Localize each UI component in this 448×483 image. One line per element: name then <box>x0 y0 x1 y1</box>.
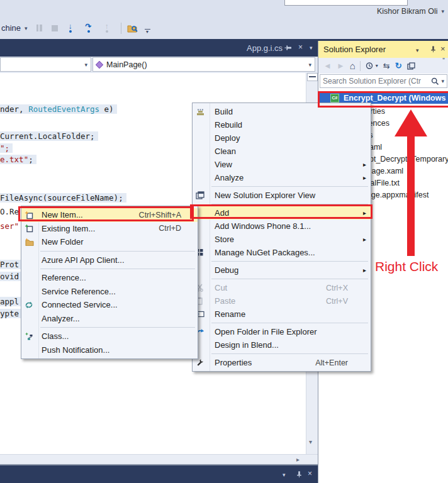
chevron-down-icon: ▾ <box>441 8 444 14</box>
pin-icon[interactable] <box>430 45 437 53</box>
account-name: Kishor Bikram Oli <box>377 7 438 16</box>
toolbar-overflow-button[interactable]: ▾ <box>145 29 150 34</box>
project-context-menu: Build Rebuild Deploy Clean View▸ Analyze… <box>192 103 371 372</box>
pause-button[interactable] <box>36 25 42 31</box>
find-in-files-icon[interactable] <box>127 23 138 33</box>
chevron-down-icon[interactable]: ▾ <box>416 47 419 53</box>
close-icon[interactable]: × <box>298 43 303 52</box>
menu-item-azure-api-app-client[interactable]: Azure API App Client... <box>21 253 198 267</box>
menu-item-open-folder-in-file-explorer[interactable]: Open Folder in File Explorer <box>193 325 371 338</box>
menu-item-properties[interactable]: Properties Alt+Enter <box>193 356 371 369</box>
code-line: O.Re <box>0 206 19 217</box>
pin-icon[interactable] <box>284 44 292 52</box>
menu-item-new-folder[interactable]: New Folder <box>21 235 198 249</box>
home-icon[interactable]: ⌂ <box>350 61 356 70</box>
chevron-down-icon[interactable]: ▾ <box>283 472 286 478</box>
annotation-arrow-up <box>387 106 444 260</box>
code-line: FileAsync(sourceFileName); <box>0 192 126 203</box>
step-out-button[interactable]: ↑ <box>101 23 113 34</box>
types-dropdown[interactable]: ▾ <box>0 57 91 72</box>
menu-separator <box>40 327 195 328</box>
new-solution-explorer-view-icon <box>196 191 206 199</box>
code-line: Current.LocalFolder; <box>0 131 98 142</box>
menu-item-build[interactable]: Build <box>193 105 371 118</box>
scroll-down-icon[interactable]: ▾ <box>309 438 312 445</box>
menu-item-clean[interactable]: Clean <box>193 145 371 158</box>
menu-item-view[interactable]: View▸ <box>193 158 371 171</box>
chevron-down-icon[interactable]: ▾ <box>310 45 313 51</box>
menu-item-service-reference[interactable]: Service Reference... <box>21 285 198 299</box>
existing-item-icon <box>25 224 35 233</box>
menu-item-manage-nuget-packages[interactable]: Manage NuGet Packages... <box>193 246 371 259</box>
toolbar-overflow-icon[interactable]: '' <box>442 58 445 64</box>
member-name: MainPage() <box>106 60 147 69</box>
menu-item-store[interactable]: Store▸ <box>193 233 371 246</box>
clipped-search-box <box>284 0 408 6</box>
stop-button[interactable] <box>52 25 58 31</box>
build-icon <box>196 108 206 116</box>
pin-icon[interactable] <box>296 470 303 478</box>
horizontal-scrollbar[interactable]: ▸ <box>0 454 318 464</box>
account-menu[interactable]: Kishor Bikram Oli ▾ <box>377 7 444 16</box>
menu-item-paste: Paste Ctrl+V <box>193 294 371 308</box>
code-line: e.txt"; <box>0 154 36 165</box>
class-icon <box>25 332 35 341</box>
step-over-button[interactable]: ↷ <box>83 23 94 34</box>
toolbar-separator <box>121 23 121 34</box>
menu-item-new-solution-explorer-view[interactable]: New Solution Explorer View <box>193 189 371 202</box>
menu-item-analyze[interactable]: Analyze▸ <box>193 171 371 184</box>
menu-item-push-notification[interactable]: Push Notification... <box>21 343 198 357</box>
menu-item-deploy[interactable]: Deploy <box>193 131 371 145</box>
debug-toolbar: chine ▾ ↓ ↷ ↑ ▾ <box>0 19 318 36</box>
menu-separator <box>40 269 195 269</box>
chevron-down-icon[interactable]: ▾ <box>376 64 378 69</box>
menu-item-debug[interactable]: Debug▸ <box>193 264 371 277</box>
search-icon <box>431 77 439 86</box>
editor-split-handle[interactable] <box>307 73 318 81</box>
new-folder-icon <box>25 238 35 246</box>
sync-with-active-document-icon[interactable]: ⇆ <box>383 62 390 70</box>
solution-explorer-header[interactable]: Solution Explorer ▾ × <box>318 41 448 58</box>
new-item-icon <box>25 211 35 219</box>
back-icon[interactable]: ◄ <box>323 62 332 70</box>
preview-selected-items-icon[interactable] <box>407 62 415 70</box>
menu-item-rename[interactable]: Rename <box>193 308 371 321</box>
wrench-icon <box>196 358 206 367</box>
close-icon[interactable]: × <box>308 469 312 478</box>
connected-service-icon <box>25 301 35 309</box>
menu-separator <box>211 279 368 279</box>
solution-explorer-search[interactable]: Search Solution Explorer (Ctrl+; ▾ <box>320 74 447 88</box>
tab-title[interactable]: App.g.i.cs <box>247 43 283 53</box>
chevron-down-icon[interactable]: ▾ <box>25 25 28 31</box>
machine-dropdown[interactable]: chine <box>1 23 21 33</box>
menu-item-rebuild[interactable]: Rebuild <box>193 118 371 131</box>
close-icon[interactable]: × <box>440 44 445 53</box>
menu-separator <box>211 186 368 187</box>
code-line: Prot <box>0 259 22 270</box>
step-into-button[interactable]: ↓ <box>65 23 76 34</box>
code-line: ser" <box>0 221 19 231</box>
submenu-arrow-icon: ▸ <box>363 209 366 216</box>
submenu-arrow-icon: ▸ <box>363 267 366 274</box>
menu-item-class[interactable]: Class... <box>21 330 198 343</box>
menu-item-add[interactable]: Add▸ <box>193 206 371 219</box>
menu-item-analyzer[interactable]: Analyzer... <box>21 312 198 326</box>
menu-item-reference[interactable]: Reference... <box>21 271 198 285</box>
refresh-icon[interactable]: ↻ <box>395 62 402 70</box>
csharp-project-icon: C# <box>330 94 339 103</box>
members-dropdown[interactable]: MainPage() ▾ <box>92 57 315 72</box>
scroll-right-icon[interactable]: ▸ <box>296 456 300 463</box>
forward-icon[interactable]: ► <box>337 62 345 70</box>
menu-item-connected-service[interactable]: Connected Service... <box>21 298 198 312</box>
code-line: ypte <box>0 308 22 319</box>
menu-item-design-in-blend[interactable]: Design in Blend... <box>193 338 371 352</box>
annotation-right-click-label: Right Click <box>375 259 438 274</box>
menu-separator <box>211 353 368 354</box>
pending-changes-filter-icon[interactable] <box>366 62 374 70</box>
menu-item-add-windows-phone[interactable]: Add Windows Phone 8.1... <box>193 219 371 233</box>
menu-item-existing-item[interactable]: Existing Item... Ctrl+D <box>21 222 198 236</box>
chevron-down-icon: ▾ <box>441 78 444 84</box>
menu-item-new-item[interactable]: New Item... Ctrl+Shift+A <box>21 208 198 222</box>
chevron-down-icon: ▾ <box>84 62 87 68</box>
menu-item-cut: Cut Ctrl+X <box>193 281 371 294</box>
